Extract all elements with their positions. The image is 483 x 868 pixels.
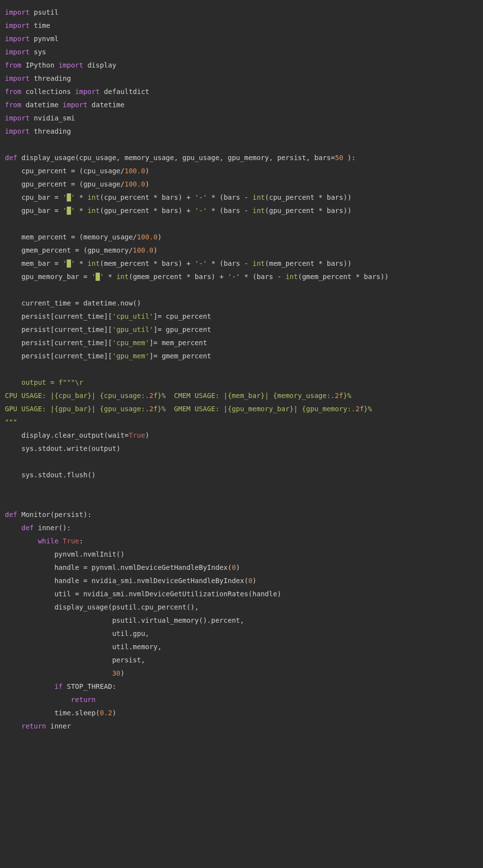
code-content: import psutil import time import pynvml … (5, 8, 389, 730)
code-block: import psutil import time import pynvml … (0, 0, 483, 739)
